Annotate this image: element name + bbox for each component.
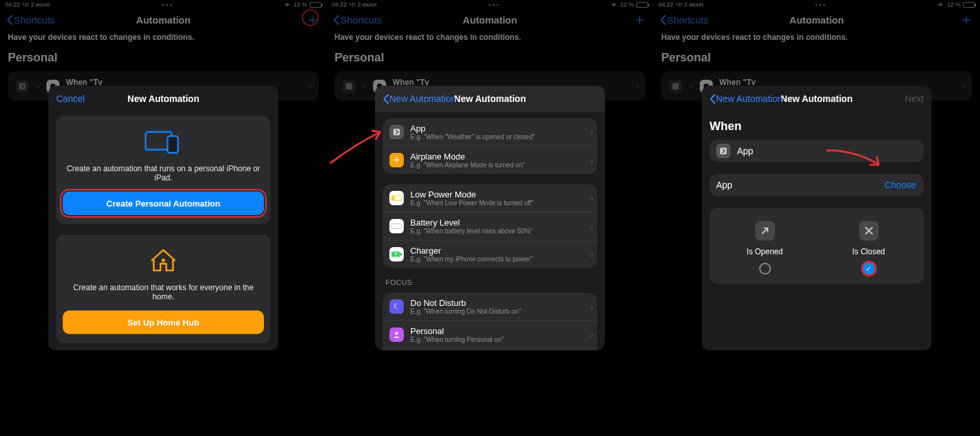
home-icon [149,248,178,274]
chevron-left-icon [383,94,389,104]
battery-level-icon [389,219,404,233]
screen-3: 04:22Чт 2 июня 12 % Shortcuts Automation… [653,0,980,436]
choose-link[interactable]: Choose [885,180,916,190]
chevron-right-icon: › [591,250,593,260]
when-header: When [710,120,924,133]
moon-icon: ☾ [389,299,404,314]
trigger-app[interactable]: AppE.g. "When "Weather" is opened or clo… [383,118,597,146]
trigger-airplane[interactable]: ✈ Airplane ModeE.g. "When Airplane Mode … [383,146,597,174]
choose-app-row[interactable]: App Choose [710,174,924,196]
row-title: Do Not Disturb [410,298,521,308]
chevron-right-icon: › [591,330,593,340]
is-opened-option[interactable]: Is Opened [716,221,813,275]
back-label: New Automation [716,93,783,104]
svg-rect-14 [720,148,727,154]
row-title: Low Power Mode [410,190,534,199]
svg-rect-3 [167,136,178,153]
charger-icon [389,247,404,261]
app-icon [716,144,730,158]
personal-block: Create an automation that runs on a pers… [56,116,270,224]
sheet-title: New Automation [454,93,526,104]
annotation-ring [60,189,267,218]
row-title: Airplane Mode [410,152,525,161]
row-subtitle: E.g. "When turning Do Not Disturb on" [410,308,521,315]
open-close-segment: Is Opened Is Closed ✓ [710,208,924,284]
screen-1: 04:22 Чт 2 июня 12 % Shortcuts Automatio… [0,0,327,436]
screen-2: 04:22Чт 2 июня 12 % Shortcuts Automation… [327,0,653,436]
trigger-work-focus[interactable]: 💼 Work [383,348,597,350]
trigger-battery-level[interactable]: Battery LevelE.g. "When battery level ri… [383,212,597,240]
trigger-dnd[interactable]: ☾ Do Not DisturbE.g. "When turning Do No… [383,293,597,320]
chevron-right-icon: › [591,302,593,312]
home-desc: Create an automation that works for ever… [63,283,264,301]
back-new-automation[interactable]: New Automation [383,93,456,104]
row-subtitle: E.g. "When turning Personal on" [410,336,504,343]
back-label: New Automation [389,93,456,104]
row-subtitle: E.g. "When battery level rises above 50%… [410,227,532,235]
closed-label: Is Closed [852,247,885,256]
row-title: App [410,124,535,133]
next-button[interactable]: Next [905,93,924,104]
svg-rect-10 [400,253,402,256]
sheet-app-trigger: New Automation New Automation Next When … [702,86,932,350]
trigger-personal-focus[interactable]: PersonalE.g. "When turning Personal on" … [383,320,597,348]
closed-radio[interactable]: ✓ [863,263,875,275]
chevron-right-icon: › [591,193,593,203]
row-subtitle: E.g. "When Airplane Mode is turned on" [410,161,525,169]
opened-label: Is Opened [747,247,783,256]
person-icon [389,327,404,342]
close-icon [859,221,879,241]
sheet-title: New Automation [127,93,199,104]
is-closed-option[interactable]: Is Closed ✓ [820,221,917,275]
sheet-trigger-list: New Automation New Automation AppE.g. "W… [375,86,605,350]
cancel-button[interactable]: Cancel [56,93,85,104]
setup-home-hub-button[interactable]: Set Up Home Hub [63,310,264,334]
choose-app-label: App [716,180,732,190]
trigger-charger[interactable]: ChargerE.g. "When my iPhone connects to … [383,240,597,268]
svg-point-11 [395,332,398,335]
row-title: Charger [410,246,533,256]
svg-rect-7 [393,129,400,135]
chevron-left-icon [710,94,715,104]
chevron-right-icon: › [591,156,593,165]
row-title: Personal [410,326,504,336]
app-label: App [737,146,753,156]
svg-point-4 [161,259,165,262]
chevron-right-icon: › [591,222,593,231]
row-subtitle: E.g. "When Low Power Mode is turned off" [410,199,534,207]
row-subtitle: E.g. "When "Weather" is opened or closed… [410,133,535,141]
open-icon [755,221,775,241]
airplane-icon: ✈ [389,153,404,167]
opened-radio[interactable] [759,263,771,275]
personal-desc: Create an automation that runs on a pers… [63,164,264,182]
devices-icon [142,129,184,155]
row-subtitle: E.g. "When my iPhone connects to power" [410,256,533,263]
sheet-title: New Automation [781,93,853,104]
focus-label: FOCUS [385,278,595,286]
app-icon [389,125,404,139]
home-block: Create an automation that works for ever… [56,235,270,343]
sheet-new-automation: Cancel New Automation Create an automati… [48,86,278,350]
low-power-icon [389,191,404,205]
row-title: Battery Level [410,218,532,227]
when-app-row: App [710,140,924,162]
chevron-right-icon: › [591,127,593,137]
trigger-low-power[interactable]: Low Power ModeE.g. "When Low Power Mode … [383,184,597,212]
back-new-automation[interactable]: New Automation [710,93,783,104]
